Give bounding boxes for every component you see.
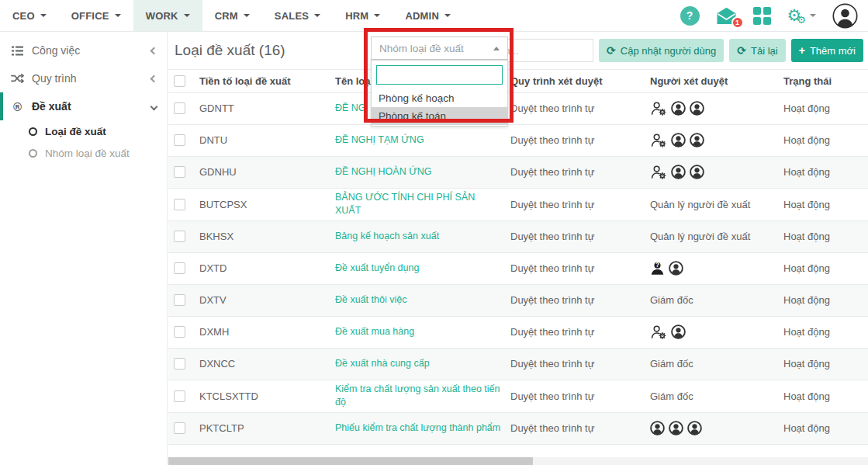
row-checkbox[interactable] [174, 358, 185, 370]
proposal-type-link[interactable]: ĐỀ NGHỊ HOÀN ỨNG [335, 166, 432, 177]
cell-process: Duyệt theo trình tự [510, 422, 594, 434]
avatar-icon[interactable] [690, 101, 704, 116]
reload-button[interactable]: ⟳ Tải lại [729, 39, 785, 62]
menu-work[interactable]: WORK [133, 0, 202, 31]
avatar-icon[interactable] [671, 165, 686, 179]
row-checkbox[interactable] [174, 199, 185, 210]
proposal-type-link[interactable]: BẢNG ƯỚC TÍNH CHI PHÍ SẢN XUẤT [335, 192, 475, 217]
select-all-checkbox[interactable] [174, 75, 185, 87]
table-row: DNTUĐỀ NGHỊ TẠM ỨNGDuyệt theo trình tự H… [168, 124, 868, 156]
menu-ceo[interactable]: CEO [0, 0, 59, 31]
sidebar-item-quy-trinh[interactable]: Quy trình [0, 64, 167, 92]
row-checkbox[interactable] [174, 326, 185, 338]
status-text: Hoạt động [783, 422, 830, 434]
dropdown-option-phong-ke-toan[interactable]: Phòng kế toán [372, 107, 507, 125]
table-row: DXTDĐề xuất tuyển dụngDuyệt theo trình t… [168, 252, 868, 284]
cell-process: Duyệt theo trình tự [510, 262, 594, 274]
sidebar-item-loai-de-xuat[interactable]: Loại đề xuất [0, 120, 167, 142]
user-question-icon[interactable]: ? [650, 261, 665, 276]
approver-icons [650, 133, 777, 147]
cell-prefix: PKTCLTP [199, 422, 244, 434]
proposal-type-link[interactable]: ĐỀ NGHỊ TẠM ỨNG [335, 134, 424, 145]
top-navbar: CEO OFFICE WORK CRM SALES HRM ADMIN ? 1 … [0, 0, 868, 32]
cell-process: Duyệt theo trình tự [510, 358, 594, 370]
group-filter-select[interactable]: Nhóm loại đề xuất [371, 36, 508, 60]
proposal-type-link[interactable]: ĐỀ NG [335, 102, 366, 113]
avatar-icon[interactable] [669, 261, 683, 276]
toolbar: ⟳ Cập nhật người dùng ⟳ Tải lại + Thêm m… [461, 39, 863, 62]
button-label: Thêm mới [810, 45, 856, 57]
table-body: GDNTTĐỀ NGDuyệt theo trình tự Hoạt độngD… [168, 92, 868, 444]
dropdown-search-input[interactable] [376, 65, 503, 85]
avatar-icon[interactable] [687, 421, 702, 436]
proposal-type-link[interactable]: Đề xuất tuyển dụng [335, 262, 419, 273]
proposal-type-link[interactable]: Đề xuất thôi việc [335, 294, 406, 305]
row-checkbox[interactable] [174, 390, 185, 402]
status-text: Hoạt động [783, 358, 830, 370]
menu-admin[interactable]: ADMIN [393, 0, 463, 31]
avatar-icon[interactable] [690, 133, 704, 147]
menu-label: CRM [215, 10, 238, 22]
sidebar-item-de-xuat[interactable]: ® Đề xuất [0, 92, 167, 120]
row-checkbox[interactable] [174, 262, 185, 274]
notifications-button[interactable]: 1 [716, 7, 737, 25]
cell-prefix: GDNHU [199, 166, 237, 178]
proposal-type-link[interactable]: Kiểm tra chất lượng sản xuất theo tiến đ… [335, 383, 500, 408]
proposal-type-link[interactable]: Bảng kế hoạch sản xuất [335, 231, 439, 241]
row-checkbox[interactable] [174, 231, 185, 242]
row-checkbox[interactable] [174, 134, 185, 146]
horizontal-scrollbar-thumb[interactable] [168, 457, 533, 465]
chevron-down-icon [374, 14, 380, 17]
approver-icons: ? [650, 261, 777, 276]
avatar-icon[interactable] [669, 421, 683, 436]
content-header: Loại đề xuất (16) ⟳ Cập nhật người dùng … [168, 32, 868, 70]
cell-approver: Giám đốc [650, 358, 693, 370]
apps-grid-icon[interactable] [753, 7, 771, 25]
help-icon[interactable]: ? [680, 6, 700, 26]
avatar-icon[interactable] [671, 101, 686, 116]
avatar-icon[interactable] [650, 421, 665, 436]
proposal-type-link[interactable]: Phiếu kiểm tra chất lượng thành phẩm [335, 422, 500, 433]
proposal-type-link[interactable]: Đề xuất nhà cung cấp [335, 358, 430, 369]
update-users-button[interactable]: ⟳ Cập nhật người dùng [599, 39, 724, 62]
sidebar-item-nhom-loai-de-xuat[interactable]: Nhóm loại đề xuất [0, 142, 167, 164]
dropdown-option-phong-ke-hoach[interactable]: Phòng kế hoạch [372, 89, 507, 107]
settings-gears-button[interactable]: ⚙ ⚙ [787, 7, 816, 25]
avatar-icon[interactable] [671, 133, 686, 147]
cell-prefix: KTCLSXTTD [199, 390, 258, 402]
proposal-type-link[interactable]: Đề xuất mua hàng [335, 326, 414, 337]
table-row: DXTVĐề xuất thôi việcDuyệt theo trình tự… [168, 284, 868, 316]
menu-hrm[interactable]: HRM [333, 0, 393, 31]
menu-label: SALES [275, 10, 309, 22]
menu-sales[interactable]: SALES [262, 0, 333, 31]
user-gear-icon[interactable] [650, 165, 667, 179]
registered-icon: ® [11, 101, 24, 113]
user-gear-icon[interactable] [650, 133, 667, 147]
table-header-row: Tiền tố loại đề xuất Tên loạ Quy trình x… [168, 71, 868, 92]
avatar-icon[interactable] [671, 324, 686, 339]
status-text: Hoạt động [783, 294, 830, 306]
user-gear-icon[interactable] [650, 324, 667, 339]
row-checkbox[interactable] [174, 294, 185, 306]
cell-prefix: BUTCPSX [199, 199, 247, 210]
sidebar: Công việc Quy trình ® Đề xuất Loại đề xu… [0, 32, 168, 465]
sidebar-subitem-label: Nhóm loại đề xuất [45, 147, 130, 159]
table-row: DXMHĐề xuất mua hàngDuyệt theo trình tự … [168, 316, 868, 348]
row-checkbox[interactable] [174, 166, 185, 178]
user-avatar[interactable] [832, 3, 858, 29]
column-header-status: Trạng thái [783, 71, 868, 92]
sidebar-item-cong-viec[interactable]: Công việc [0, 36, 167, 64]
horizontal-scrollbar[interactable] [168, 457, 868, 465]
menu-crm[interactable]: CRM [202, 0, 262, 31]
row-checkbox[interactable] [174, 422, 185, 434]
user-gear-icon[interactable] [650, 101, 667, 116]
approver-icons [650, 165, 777, 179]
menu-office[interactable]: OFFICE [59, 0, 133, 31]
button-label: Tải lại [751, 45, 778, 57]
cell-prefix: BKHSX [199, 231, 233, 242]
chevron-left-icon [150, 47, 158, 54]
row-checkbox[interactable] [174, 102, 185, 114]
add-new-button[interactable]: + Thêm mới [791, 39, 863, 62]
cell-process: Duyệt theo trình tự [510, 199, 594, 210]
avatar-icon[interactable] [690, 165, 704, 179]
